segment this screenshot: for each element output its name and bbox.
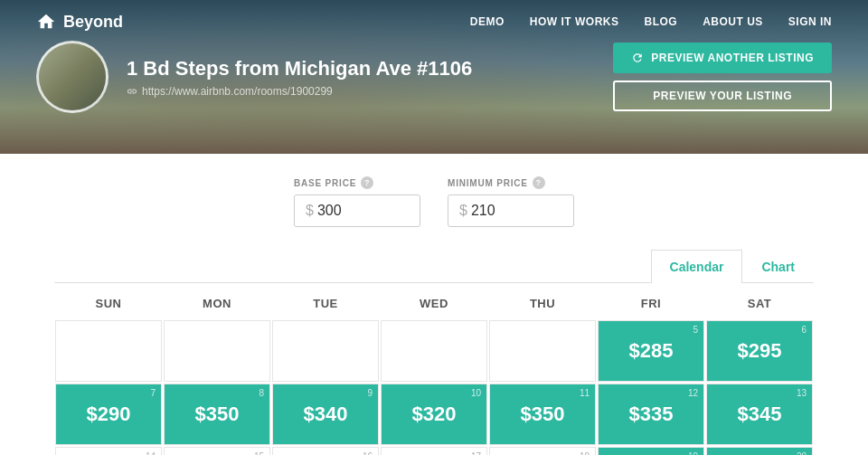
min-price-input-wrap[interactable]: $ bbox=[448, 194, 574, 227]
cal-cell-20[interactable]: 20 bbox=[706, 447, 813, 455]
cal-cell-17[interactable]: 17 bbox=[381, 447, 487, 455]
cal-cell-18[interactable]: 18 bbox=[489, 447, 596, 455]
min-price-help-icon[interactable]: ? bbox=[533, 176, 545, 189]
main-nav: Beyond DEMO HOW IT WORKS BLOG ABOUT US S… bbox=[0, 0, 868, 43]
hero-section: Beyond DEMO HOW IT WORKS BLOG ABOUT US S… bbox=[0, 0, 868, 154]
header-wed: WED bbox=[380, 297, 488, 310]
cal-cell-6[interactable]: 6 $295 bbox=[706, 320, 813, 382]
header-thu: THU bbox=[488, 297, 597, 310]
cal-cell-19[interactable]: 19 bbox=[598, 447, 704, 455]
nav-how-it-works[interactable]: HOW IT WORKS bbox=[530, 15, 619, 28]
base-price-label: BASE PRICE ? bbox=[294, 176, 420, 189]
cal-cell-16[interactable]: 16 bbox=[272, 447, 379, 455]
base-price-input-wrap[interactable]: $ bbox=[294, 194, 420, 227]
calendar-header: SUN MON TUE WED THU FRI SAT bbox=[54, 283, 814, 319]
min-price-label: MINIMUM PRICE ? bbox=[448, 176, 574, 189]
preview-listing-label: PREVIEW YOUR LISTING bbox=[653, 90, 792, 102]
logo[interactable]: Beyond bbox=[36, 12, 123, 32]
base-price-help-icon[interactable]: ? bbox=[361, 176, 373, 189]
link-icon bbox=[127, 86, 137, 97]
tab-calendar[interactable]: Calendar bbox=[651, 250, 743, 283]
listing-url-text: https://www.airbnb.com/rooms/1900299 bbox=[142, 85, 333, 98]
hero-text: 1 Bd Steps from Michigan Ave #1106 https… bbox=[127, 57, 613, 98]
cal-cell-5[interactable]: 5 $285 bbox=[598, 320, 704, 382]
listing-url: https://www.airbnb.com/rooms/1900299 bbox=[127, 85, 613, 98]
min-price-input[interactable] bbox=[471, 203, 543, 219]
main-content: BASE PRICE ? $ MINIMUM PRICE ? $ bbox=[0, 154, 868, 455]
tab-chart[interactable]: Chart bbox=[742, 250, 814, 283]
header-mon: MON bbox=[163, 297, 271, 310]
cal-cell-12[interactable]: 12 $335 bbox=[598, 384, 704, 445]
cal-cell-empty-2[interactable] bbox=[164, 320, 270, 382]
preview-another-label: PREVIEW ANOTHER LISTING bbox=[651, 52, 814, 64]
cal-cell-13[interactable]: 13 $345 bbox=[706, 384, 813, 445]
calendar-row-3: 14 15 16 17 18 19 bbox=[54, 446, 814, 455]
preview-listing-button[interactable]: PREVIEW YOUR LISTING bbox=[613, 81, 832, 111]
cal-cell-7[interactable]: 7 $290 bbox=[55, 384, 162, 445]
view-tabs: Calendar Chart bbox=[54, 250, 814, 283]
calendar-row-1: 5 $285 6 $295 bbox=[54, 319, 814, 383]
header-sat: SAT bbox=[705, 297, 814, 310]
hero-buttons: PREVIEW ANOTHER LISTING PREVIEW YOUR LIS… bbox=[613, 43, 832, 111]
min-price-currency: $ bbox=[459, 203, 467, 219]
cal-cell-empty-5[interactable] bbox=[489, 320, 596, 382]
base-price-currency: $ bbox=[306, 203, 314, 219]
nav-sign-in[interactable]: SIGN IN bbox=[788, 15, 832, 28]
preview-another-button[interactable]: PREVIEW ANOTHER LISTING bbox=[613, 43, 832, 73]
refresh-icon bbox=[631, 52, 644, 64]
calendar-section: Calendar Chart SUN MON TUE WED THU FRI S… bbox=[0, 250, 868, 455]
cal-cell-8[interactable]: 8 $350 bbox=[164, 384, 270, 445]
cal-cell-9[interactable]: 9 $340 bbox=[272, 384, 379, 445]
nav-about-us[interactable]: ABOUT US bbox=[703, 15, 763, 28]
cal-cell-10[interactable]: 10 $320 bbox=[381, 384, 487, 445]
cal-cell-14[interactable]: 14 bbox=[55, 447, 162, 455]
min-price-field: MINIMUM PRICE ? $ bbox=[448, 176, 574, 227]
listing-avatar bbox=[36, 41, 108, 113]
nav-demo[interactable]: DEMO bbox=[470, 15, 505, 28]
logo-icon bbox=[36, 12, 56, 32]
cal-cell-empty-3[interactable] bbox=[272, 320, 379, 382]
header-tue: TUE bbox=[271, 297, 380, 310]
calendar-grid: SUN MON TUE WED THU FRI SAT 5 bbox=[54, 283, 814, 455]
nav-blog[interactable]: BLOG bbox=[644, 15, 677, 28]
cal-cell-15[interactable]: 15 bbox=[164, 447, 270, 455]
price-section: BASE PRICE ? $ MINIMUM PRICE ? $ bbox=[0, 154, 868, 250]
header-fri: FRI bbox=[597, 297, 705, 310]
base-price-field: BASE PRICE ? $ bbox=[294, 176, 420, 227]
base-price-input[interactable] bbox=[317, 203, 390, 219]
logo-text: Beyond bbox=[63, 13, 123, 32]
nav-links: DEMO HOW IT WORKS BLOG ABOUT US SIGN IN bbox=[470, 15, 832, 28]
calendar-row-2: 7 $290 8 $350 9 $340 10 $320 bbox=[54, 383, 814, 446]
cal-cell-empty-1[interactable] bbox=[55, 320, 162, 382]
header-sun: SUN bbox=[54, 297, 163, 310]
cal-cell-empty-4[interactable] bbox=[381, 320, 487, 382]
listing-title: 1 Bd Steps from Michigan Ave #1106 bbox=[127, 57, 613, 81]
cal-cell-11[interactable]: 11 $350 bbox=[489, 384, 596, 445]
